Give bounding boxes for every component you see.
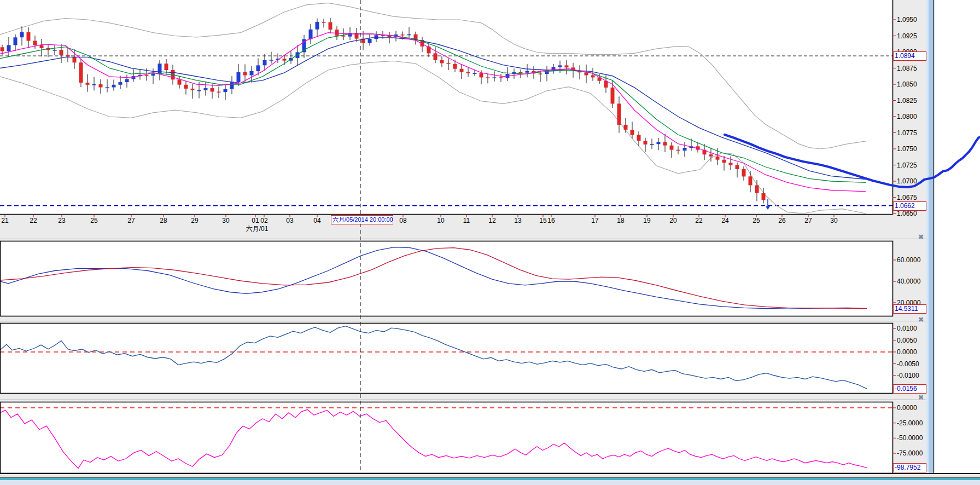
time-tick-label: 22 — [30, 217, 37, 224]
indicator-tick-label: -0.0100 — [897, 372, 919, 379]
time-tick-label: 19 — [643, 217, 651, 224]
indicator-1-value-tag: 14.5311 — [893, 304, 926, 314]
time-tick-label: 30 — [830, 217, 838, 224]
time-tick-label: 27 — [127, 217, 135, 224]
price-tick-label: 1.0700 — [897, 177, 917, 185]
price-tag-dashed-level: 1.0894 — [893, 51, 926, 61]
time-tick-label: 24 — [721, 217, 729, 224]
time-tick-label: 20 — [669, 217, 677, 224]
time-tick-label: 28 — [160, 217, 167, 224]
time-tick-label: 01 — [252, 217, 259, 224]
time-tick-label: 16 — [547, 217, 555, 224]
time-tick-label: 11 — [463, 217, 470, 224]
indicator-tick-label: 0.0000 — [897, 348, 917, 356]
time-tick-label: 12 — [488, 217, 496, 224]
time-tick-label: 23 — [58, 217, 66, 224]
time-tick-label: 10 — [437, 217, 445, 224]
price-tick-label: 1.0925 — [897, 32, 917, 40]
time-tick-label: 22 — [695, 217, 703, 224]
price-tick-label: 1.0750 — [897, 145, 917, 153]
vertical-scrollbar[interactable] — [926, 0, 934, 475]
time-tick-label: 04 — [313, 217, 321, 224]
indicator-tick-label: -50.0000 — [897, 434, 923, 442]
chart-canvas[interactable]: 1.09501.09251.09001.08751.08501.08251.08… — [0, 0, 980, 485]
close-indicator-3-button[interactable]: ✖ — [917, 394, 925, 401]
indicator-tick-label: -0.0050 — [897, 360, 919, 368]
price-tick-label: 1.0875 — [897, 65, 917, 72]
indicator-tick-label: 0.0100 — [897, 325, 917, 332]
time-tick-label: 30 — [222, 217, 230, 224]
indicator-1-axis: 60.000040.000020.0000 — [892, 256, 921, 307]
time-tick-label: 08 — [399, 217, 407, 224]
price-tick-label: 1.0650 — [897, 210, 917, 217]
time-tick-label: 18 — [617, 217, 625, 224]
time-tick-label: 13 — [514, 217, 522, 224]
trading-chart-window: 1.09501.09251.09001.08751.08501.08251.08… — [0, 0, 980, 485]
price-tick-label: 1.0775 — [897, 129, 917, 137]
time-tick-label: 26 — [778, 217, 786, 224]
bottom-chrome — [0, 474, 980, 485]
price-tick-label: 1.0825 — [897, 97, 917, 105]
price-tag-current: 1.0662 — [893, 201, 926, 211]
indicator-2-value-tag: -0.0156 — [893, 384, 926, 394]
price-tick-label: 1.0800 — [897, 113, 917, 120]
indicator-tick-label: 0.0050 — [897, 337, 917, 344]
time-tick-label: 21 — [1, 217, 9, 224]
close-indicator-2-button[interactable]: ✖ — [917, 316, 925, 324]
close-indicator-1-button[interactable]: ✖ — [917, 234, 925, 241]
time-tick-label: 27 — [804, 217, 812, 224]
price-tick-label: 1.0850 — [897, 80, 917, 88]
indicator-tick-label: -75.0000 — [897, 449, 923, 457]
indicator-tick-label: 60.0000 — [897, 256, 921, 264]
price-tick-label: 1.0725 — [897, 161, 917, 169]
time-tick-label: 15 — [539, 217, 547, 224]
date-cursor-tag: 六月/05/2014 20:00:00 — [331, 215, 393, 224]
indicator-tick-label: 40.0000 — [897, 278, 921, 285]
month-label: 六月/01 — [246, 225, 269, 233]
indicator-tick-label: 0.0000 — [897, 404, 917, 412]
time-tick-label: 03 — [286, 217, 294, 224]
indicator-3-value-tag: -98.7952 — [893, 463, 926, 472]
time-tick-label: 29 — [191, 217, 199, 224]
time-tick-label: 17 — [591, 217, 599, 224]
time-tick-label: 02 — [260, 217, 268, 224]
price-tick-label: 1.0950 — [897, 16, 917, 24]
time-tick-label: 25 — [752, 217, 760, 224]
indicator-tick-label: -25.0000 — [897, 419, 923, 427]
price-tick-label: 1.0675 — [897, 194, 917, 201]
time-tick-label: 25 — [90, 217, 98, 224]
